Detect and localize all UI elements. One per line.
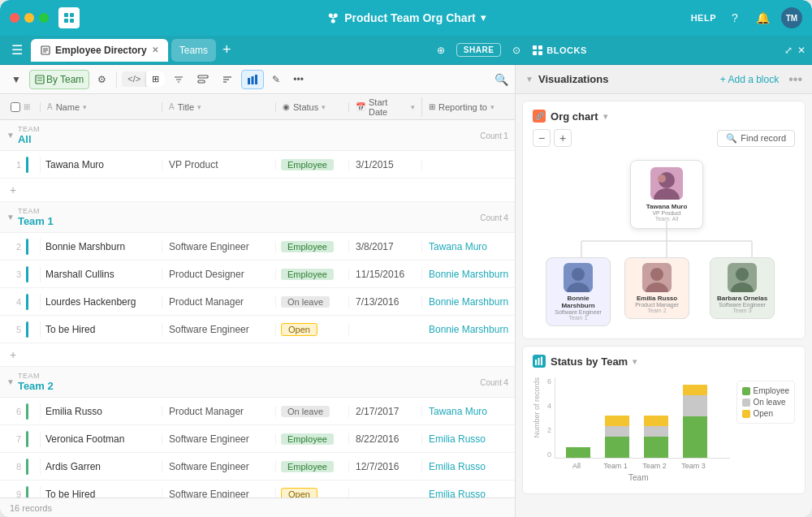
cell-name[interactable]: Ardis Garren xyxy=(41,461,162,472)
grid-view-button[interactable]: ⊞ xyxy=(146,71,165,87)
status-chart-dropdown[interactable]: ▾ xyxy=(633,357,637,366)
cell-reporting[interactable]: Emilia Russo xyxy=(422,461,515,472)
view-settings-button[interactable]: ⚙ xyxy=(93,71,111,88)
header-title[interactable]: A Title ▾ xyxy=(162,102,276,112)
row-check[interactable]: 6 xyxy=(0,403,41,420)
cell-title[interactable]: Product Manager xyxy=(162,296,276,308)
row-check[interactable]: 2 xyxy=(0,239,41,255)
edit-button[interactable]: ✎ xyxy=(267,71,285,88)
filter-button[interactable] xyxy=(168,71,189,88)
title-dropdown-icon[interactable]: ▾ xyxy=(481,12,486,24)
org-child-node-1[interactable]: Emilia Russo Product Manager Team 2 xyxy=(624,257,689,319)
more-button[interactable]: ••• xyxy=(288,71,309,88)
cell-title[interactable]: Product Manager xyxy=(162,406,276,417)
cell-name[interactable]: Tawana Muro xyxy=(41,159,162,170)
table-row[interactable]: 7 Veronica Footman Software Engineer Emp… xyxy=(0,425,515,453)
help-icon[interactable]: ? xyxy=(726,9,744,27)
notifications-icon[interactable]: 🔔 xyxy=(754,9,771,27)
table-row[interactable]: 1 Tawana Muro VP Product Employee 3/1/20… xyxy=(0,151,515,179)
tab-teams[interactable]: Teams xyxy=(171,39,216,62)
cell-status[interactable]: Open xyxy=(276,323,349,336)
help-label[interactable]: HELP xyxy=(691,13,716,23)
table-row[interactable]: 8 Ardis Garren Software Engineer Employe… xyxy=(0,453,515,480)
panel-more-icon[interactable]: ••• xyxy=(788,72,802,87)
cell-name[interactable]: To be Hired xyxy=(41,489,162,498)
group-button[interactable] xyxy=(192,71,214,88)
cell-status[interactable]: Employee xyxy=(276,269,349,280)
find-record-button[interactable]: 🔍 Find record xyxy=(717,130,795,147)
cell-reporting[interactable]: Bonnie Marshburn xyxy=(422,269,515,280)
cell-name[interactable]: Lourdes Hackenberg xyxy=(41,296,162,308)
row-check[interactable]: 4 xyxy=(0,294,41,310)
table-row[interactable]: 4 Lourdes Hackenberg Product Manager On … xyxy=(0,288,515,316)
cell-date[interactable]: 2/17/2017 xyxy=(349,406,422,417)
cell-title[interactable]: Software Engineer xyxy=(162,461,276,472)
close-window-button[interactable] xyxy=(10,13,19,23)
org-child-node-0[interactable]: Bonnie Marshburn Software Engineer Team … xyxy=(546,257,611,326)
row-check[interactable]: 9 xyxy=(0,486,41,498)
add-block-button[interactable]: + Add a block xyxy=(720,74,779,85)
share-button[interactable]: SHARE xyxy=(456,43,502,57)
by-team-button[interactable]: By Team xyxy=(29,70,89,89)
table-row[interactable]: 2 Bonnie Marshburn Software Engineer Emp… xyxy=(0,233,515,261)
cell-reporting[interactable]: Bonnie Marshburn xyxy=(422,296,515,308)
cell-title[interactable]: Product Designer xyxy=(162,269,276,280)
add-row-button[interactable]: + xyxy=(0,179,515,202)
cell-reporting[interactable]: Emilia Russo xyxy=(422,489,515,498)
share-info-icon[interactable]: ⊕ xyxy=(432,41,450,59)
panel-collapse-icon[interactable]: ▼ xyxy=(525,75,533,84)
header-name[interactable]: A Name ▾ xyxy=(41,102,162,112)
cell-name[interactable]: To be Hired xyxy=(41,324,162,335)
chart-button[interactable] xyxy=(241,70,264,89)
cell-date[interactable]: 3/8/2017 xyxy=(349,241,422,252)
cell-name[interactable]: Veronica Footman xyxy=(41,433,162,445)
org-chart-dropdown[interactable]: ▾ xyxy=(603,112,607,121)
table-row[interactable]: 3 Marshall Cullins Product Designer Empl… xyxy=(0,261,515,288)
row-check[interactable]: 7 xyxy=(0,431,41,447)
header-check[interactable]: ⊞ xyxy=(0,102,41,112)
cell-status[interactable]: Employee xyxy=(276,241,349,252)
cell-status[interactable]: Employee xyxy=(276,461,349,472)
cell-status[interactable]: Open xyxy=(276,488,349,498)
close-panel-icon[interactable]: ✕ xyxy=(797,45,806,56)
header-status[interactable]: ◉ Status ▾ xyxy=(276,102,349,112)
row-check[interactable]: 3 xyxy=(0,266,41,282)
add-row-button[interactable]: + xyxy=(0,343,515,367)
table-row[interactable]: 6 Emilia Russo Product Manager On leave … xyxy=(0,398,515,425)
zoom-in-button[interactable]: + xyxy=(554,129,572,147)
group-header-1[interactable]: ▼ TEAM Team 1 Count4 xyxy=(0,202,515,233)
cell-title[interactable]: Software Engineer xyxy=(162,433,276,445)
zoom-out-button[interactable]: − xyxy=(533,129,551,147)
row-check[interactable]: 8 xyxy=(0,459,41,475)
cell-date[interactable]: 8/22/2016 xyxy=(349,433,422,445)
search-button[interactable]: 🔍 xyxy=(495,73,508,86)
cell-title[interactable]: Software Engineer xyxy=(162,324,276,335)
cell-status[interactable]: Employee xyxy=(276,159,349,170)
cell-date[interactable]: 12/7/2016 xyxy=(349,461,422,472)
right-panel-scroll[interactable]: 🔗 Org chart ▾ − + 🔍 Find record xyxy=(516,94,812,517)
group-header-0[interactable]: ▼ TEAM All Count1 xyxy=(0,120,515,151)
cell-title[interactable]: Software Engineer xyxy=(162,241,276,252)
cell-date[interactable]: 11/15/2016 xyxy=(349,269,422,280)
header-reporting[interactable]: ⊞ Reporting to ▾ xyxy=(422,102,515,112)
cell-title[interactable]: Software Engineer xyxy=(162,489,276,498)
maximize-window-button[interactable] xyxy=(39,13,49,23)
share-options-icon[interactable]: ⊙ xyxy=(508,41,525,59)
cell-status[interactable]: Employee xyxy=(276,433,349,445)
blocks-button[interactable]: BLOCKS xyxy=(532,45,586,56)
new-tab-button[interactable]: + xyxy=(219,41,235,58)
table-row[interactable]: 5 To be Hired Software Engineer Open Bon… xyxy=(0,316,515,343)
code-view-button[interactable]: </> xyxy=(122,71,146,87)
tab-close-icon[interactable]: ✕ xyxy=(152,45,158,54)
avatar[interactable]: TM xyxy=(781,7,802,28)
cell-status[interactable]: On leave xyxy=(276,296,349,308)
minimize-window-button[interactable] xyxy=(24,13,34,23)
cell-title[interactable]: VP Product xyxy=(162,159,276,170)
tab-employee-directory[interactable]: Employee Directory ✕ xyxy=(31,39,168,62)
cell-name[interactable]: Emilia Russo xyxy=(41,406,162,417)
cell-reporting[interactable]: Bonnie Marshburn xyxy=(422,324,515,335)
select-all-checkbox[interactable] xyxy=(11,102,20,112)
org-child-node-2[interactable]: Barbara Ornelas Software Engineer Team 3 xyxy=(710,257,775,319)
cell-status[interactable]: On leave xyxy=(276,406,349,417)
cell-reporting[interactable]: Tawana Muro xyxy=(422,406,515,417)
